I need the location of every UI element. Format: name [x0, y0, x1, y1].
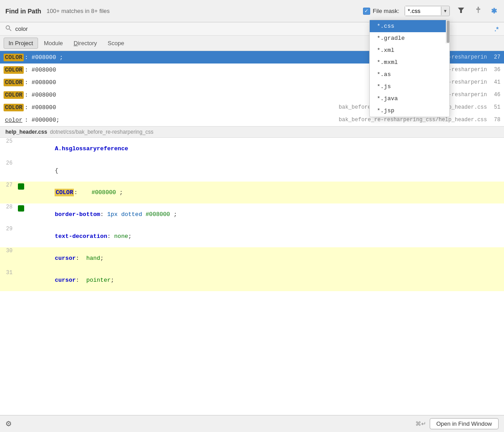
dropdown-scrollbar[interactable]	[446, 20, 449, 43]
dropdown-item-java[interactable]: *.java	[370, 93, 446, 105]
result-value: : #008000 ;	[25, 54, 63, 61]
code-token: {	[55, 167, 58, 174]
tab-module[interactable]: Module	[39, 38, 68, 49]
code-token: :	[100, 211, 107, 218]
header-bar: Find in Path 100+ matches in 8+ files ✓ …	[0, 0, 504, 22]
line-number: 26	[0, 160, 18, 166]
dropdown-item-jsp[interactable]: *.jsp	[370, 105, 446, 117]
pin-icon	[474, 6, 482, 14]
code-content: cursor: pointer;	[27, 270, 504, 291]
code-token: ;	[100, 255, 104, 262]
result-value: : #008000	[25, 79, 56, 86]
code-token: ;	[128, 233, 132, 240]
result-line-num: 51	[490, 104, 500, 110]
code-content: A.hsglossaryreference	[27, 138, 504, 159]
file-mask-input[interactable]	[405, 6, 441, 16]
dropdown-scrollbar-thumb	[447, 21, 449, 43]
result-keyword: COLOR	[4, 104, 24, 111]
svg-rect-2	[476, 8, 480, 10]
footer-bar: ⚙ ⌘↵ Open in Find Window	[0, 415, 504, 432]
line-number: 28	[0, 204, 18, 210]
code-token: 1px dotted	[107, 211, 142, 218]
code-line-29: 29 text-decoration: none;	[0, 225, 504, 247]
code-token: text-decoration	[55, 233, 107, 240]
result-line-num: 27	[490, 54, 500, 60]
code-token: ;	[170, 211, 177, 218]
asterisk-button[interactable]: ✱	[489, 5, 499, 17]
dropdown-item-as[interactable]: *.as	[370, 68, 446, 80]
code-content: cursor: hand;	[27, 248, 504, 269]
svg-line-5	[9, 29, 11, 31]
line-number: 31	[0, 270, 18, 276]
code-token: none	[114, 233, 128, 240]
code-line-30: 30 cursor: hand;	[0, 247, 504, 269]
result-value: : #008000	[25, 92, 56, 98]
line-number: 29	[0, 226, 18, 232]
code-content: COLOR: #008000 ;	[27, 182, 504, 203]
result-line-num: 78	[490, 117, 500, 123]
code-token: cursor	[55, 277, 76, 284]
code-token: :	[74, 189, 91, 196]
match-count: 100+ matches in 8+ files	[47, 8, 110, 14]
open-find-window-button[interactable]: Open in Find Window	[430, 418, 499, 429]
code-content: border-bottom: 1px dotted #008000 ;	[27, 204, 504, 225]
panel-title: Find in Path	[5, 8, 41, 15]
result-line-num: 36	[490, 67, 500, 73]
result-line-num: 46	[490, 92, 500, 98]
file-info-bar: help_header.css dotnet/css/bak_before_re…	[0, 126, 504, 138]
file-mask-checkbox[interactable]: ✓	[363, 8, 370, 15]
result-line-num: 41	[490, 79, 500, 85]
dropdown-item-xml[interactable]: *.xml	[370, 44, 446, 56]
pin-button[interactable]	[472, 4, 484, 18]
code-token-color-keyword: COLOR	[55, 189, 74, 196]
svg-marker-0	[458, 8, 464, 13]
svg-rect-3	[478, 10, 479, 13]
file-mask-label: ✓ File mask:	[363, 8, 399, 15]
code-view: 25 A.hsglossaryreference 26 { 27 COLOR: …	[0, 138, 504, 415]
code-token: pointer	[86, 277, 111, 284]
dropdown-item-gradle[interactable]: *.gradle	[370, 32, 446, 44]
result-keyword: COLOR	[4, 66, 24, 74]
settings-button[interactable]: ⚙	[5, 419, 12, 428]
dropdown-item-mxml[interactable]: *.mxml	[370, 56, 446, 68]
svg-point-4	[6, 26, 10, 30]
tab-in-project[interactable]: In Project	[4, 38, 38, 49]
code-line-26: 26 {	[0, 160, 504, 182]
code-token: #008000	[145, 211, 170, 218]
shortcut-hint: ⌘↵	[415, 420, 426, 427]
line-number: 27	[0, 182, 18, 188]
dropdown-list: *.css *.gradle *.xml *.mxml *.as *.js *.…	[370, 20, 446, 117]
file-mask-dropdown: *.css *.gradle *.xml *.mxml *.as *.js *.…	[369, 20, 450, 117]
tab-scope[interactable]: Scope	[103, 38, 129, 49]
dropdown-item-css[interactable]: *.css	[370, 20, 446, 32]
dropdown-item-js[interactable]: *.js	[370, 80, 446, 93]
color-swatch-dot[interactable]	[18, 183, 24, 190]
tab-directory[interactable]: Directory	[69, 38, 102, 49]
line-number: 25	[0, 138, 18, 144]
code-token: A.hsglossaryreference	[55, 145, 128, 152]
code-token: ;	[111, 277, 114, 284]
regex-button[interactable]: .*	[495, 25, 499, 33]
find-in-path-panel: Find in Path 100+ matches in 8+ files ✓ …	[0, 0, 504, 432]
code-token: :	[76, 255, 86, 262]
code-line-25: 25 A.hsglossaryreference	[0, 138, 504, 160]
result-keyword: COLOR	[4, 79, 24, 86]
code-token: border-bottom	[55, 211, 100, 218]
result-keyword: COLOR	[4, 91, 24, 99]
result-keyword: color	[4, 116, 24, 124]
filter-button[interactable]	[455, 4, 467, 18]
file-path: dotnet/css/bak_before_re-resharpering_cs…	[50, 129, 153, 135]
search-svg	[5, 25, 12, 31]
file-mask-dropdown-btn[interactable]: ▾	[441, 7, 449, 15]
code-token: cursor	[55, 255, 76, 262]
result-keyword: COLOR	[4, 54, 24, 61]
code-token: hand	[86, 255, 100, 262]
file-name: help_header.css	[5, 129, 47, 135]
code-line-31: 31 cursor: pointer;	[0, 269, 504, 291]
result-value: : #008000	[25, 67, 56, 73]
code-token: :	[76, 277, 86, 284]
color-swatch-dot[interactable]	[18, 205, 24, 212]
code-token: :	[107, 233, 114, 240]
result-path: bak_before_re-resharpering_css/help_head…	[339, 117, 487, 123]
code-token: #008000	[91, 189, 116, 196]
